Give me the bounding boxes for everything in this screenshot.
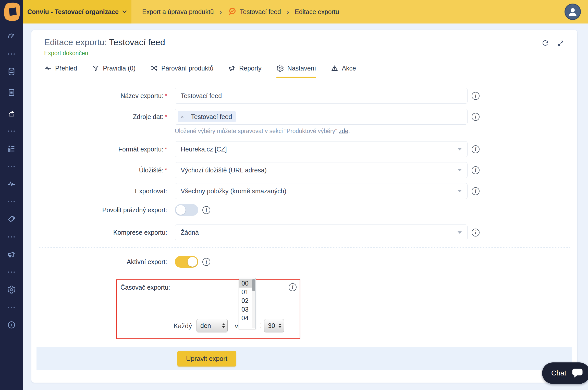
source-chip: × Testovací feed	[178, 111, 236, 122]
tab-nastaveni[interactable]: Nastavení	[276, 64, 316, 78]
form-row-komprese: Komprese exportu: Žádná	[44, 224, 565, 240]
megaphone-icon	[228, 64, 236, 72]
period-select[interactable]: den	[197, 319, 228, 332]
page-title: Editace exportu: Testovací feed	[44, 37, 165, 47]
person-icon	[567, 6, 579, 18]
ellipsis-icon[interactable]	[7, 305, 16, 310]
chevron-down-icon	[122, 10, 127, 14]
tab-parovani-produktu[interactable]: Párování produktů	[150, 64, 213, 78]
tab-reporty[interactable]: Reporty	[228, 64, 262, 78]
dashboard-gauge-icon[interactable]	[7, 31, 16, 42]
ellipsis-icon[interactable]	[7, 164, 16, 169]
section-divider	[39, 247, 570, 248]
form-row-aktivni: Aktivní export:	[44, 256, 565, 268]
hour-option[interactable]: 00	[239, 279, 252, 288]
info-icon[interactable]	[289, 283, 297, 291]
field-label: Formát exportu:*	[44, 146, 167, 153]
field-label: Úložiště:*	[44, 167, 167, 174]
share-export-icon[interactable]	[7, 108, 16, 119]
ellipsis-icon[interactable]	[7, 234, 16, 239]
info-icon[interactable]	[202, 206, 210, 214]
form-row-uloziste: Úložiště:* Výchozí úložiště (URL adresa)	[44, 162, 565, 178]
breadcrumb: Export a úprava produktů › Testovací fee…	[142, 0, 339, 23]
hour-option[interactable]: 01	[239, 288, 252, 296]
every-label: Každý	[174, 322, 192, 330]
active-export-toggle[interactable]	[175, 256, 198, 268]
ellipsis-icon[interactable]	[7, 52, 16, 56]
export-timer-highlight-box: Časovač exportu: 00 01 02 03 04 Každý de…	[116, 279, 300, 339]
topbar: Conviu - Testovací organizace Export a ú…	[23, 0, 588, 23]
pulse-icon[interactable]	[7, 178, 16, 190]
breadcrumb-separator: ›	[287, 8, 289, 16]
megaphone-icon[interactable]	[7, 249, 16, 260]
helper-link-zde[interactable]: zde	[339, 128, 348, 134]
field-label: Časovač exportu:	[120, 284, 170, 291]
conviu-logo[interactable]	[0, 0, 23, 23]
info-icon[interactable]	[472, 187, 480, 195]
info-icon[interactable]	[472, 113, 480, 121]
chat-bubble-icon	[571, 367, 584, 380]
checklist-icon[interactable]	[7, 143, 16, 154]
gear-icon[interactable]	[7, 284, 16, 295]
field-label: Název exportu:*	[44, 92, 167, 100]
ellipsis-icon[interactable]	[7, 199, 16, 204]
status-badge: Export dokončen	[44, 50, 565, 57]
form-row-povolit: Povolit prázdný export:	[44, 204, 565, 216]
chat-label: Chat	[551, 369, 566, 377]
tab-bar: Přehled Pravidla (0) Párování produktů R…	[31, 64, 577, 78]
organization-selector[interactable]: Conviu - Testovací organizace	[23, 0, 131, 23]
field-label: Aktivní export:	[44, 258, 167, 266]
hour-option[interactable]: 03	[239, 305, 252, 314]
listbox-scrollbar-thumb[interactable]	[252, 279, 255, 291]
data-sources-helper: Uložené výběry můžete spravovat v sekci …	[175, 128, 565, 135]
ellipsis-icon[interactable]	[7, 129, 16, 133]
sidebar-nav: i	[0, 23, 23, 340]
data-sources-input[interactable]: × Testovací feed	[175, 109, 468, 125]
export-name-input[interactable]	[175, 88, 468, 104]
tab-prehled[interactable]: Přehled	[44, 64, 77, 78]
breadcrumb-item-feed[interactable]: Testovací feed	[228, 7, 281, 17]
breadcrumb-item-edit[interactable]: Editace exportu	[295, 8, 339, 16]
colon-label: :	[260, 321, 262, 329]
minute-select[interactable]: 30	[264, 319, 284, 332]
field-label: Povolit prázdný export:	[44, 206, 167, 214]
export-edit-card: Editace exportu: Testovací feed Export d…	[31, 30, 577, 383]
database-icon[interactable]	[7, 66, 16, 77]
info-icon[interactable]	[472, 166, 480, 174]
info-circle-icon[interactable]: i	[7, 319, 16, 330]
sidebar: i	[0, 0, 23, 390]
export-format-select[interactable]: Heureka.cz [CZ]	[175, 141, 468, 157]
user-avatar[interactable]	[565, 4, 581, 20]
chip-label: Testovací feed	[187, 113, 236, 121]
hour-listbox[interactable]: 00 01 02 03 04	[239, 278, 256, 329]
form-footer: Upravit export	[36, 347, 572, 370]
tab-pravidla[interactable]: Pravidla (0)	[92, 64, 136, 78]
ellipsis-icon[interactable]	[7, 270, 16, 274]
info-icon[interactable]	[472, 229, 480, 237]
refresh-icon[interactable]	[542, 39, 549, 47]
export-items-select[interactable]: Všechny položky (kromě smazaných)	[175, 183, 468, 199]
tab-akce[interactable]: Akce	[331, 64, 356, 78]
breadcrumb-item-exports[interactable]: Export a úprava produktů	[142, 8, 214, 16]
hour-option[interactable]: 02	[239, 296, 252, 305]
stepper-arrows-icon	[278, 323, 281, 328]
tags-icon[interactable]	[7, 214, 16, 225]
export-settings-form: Název exportu:* Zdroje dat:* × Testovací…	[44, 88, 565, 370]
document-icon[interactable]	[7, 87, 16, 98]
info-icon[interactable]	[472, 92, 480, 100]
update-export-button[interactable]: Upravit export	[177, 351, 236, 367]
organization-name: Conviu - Testovací organizace	[27, 8, 119, 16]
compression-select[interactable]: Žádná	[175, 224, 468, 240]
chat-widget[interactable]: Chat	[542, 362, 588, 384]
heureka-check-icon	[228, 7, 237, 17]
hour-option[interactable]: 04	[239, 314, 252, 322]
expand-icon[interactable]	[557, 39, 565, 47]
shuffle-icon	[150, 64, 158, 72]
storage-select[interactable]: Výchozí úložiště (URL adresa)	[175, 162, 468, 178]
info-icon[interactable]	[472, 145, 480, 153]
form-row-zdroje: Zdroje dat:* × Testovací feed	[44, 109, 565, 125]
stepper-arrows-icon	[222, 323, 225, 328]
allow-empty-export-toggle[interactable]	[175, 204, 198, 216]
info-icon[interactable]	[202, 258, 210, 266]
chip-remove-icon[interactable]: ×	[178, 111, 187, 122]
